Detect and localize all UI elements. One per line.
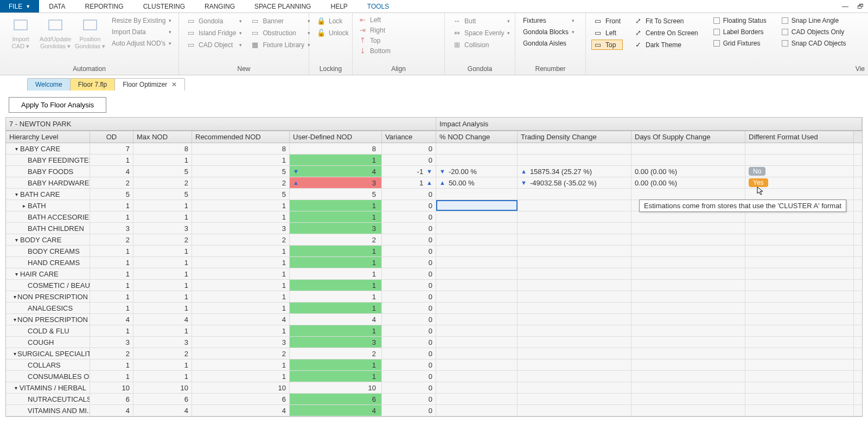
ribbon-unlock[interactable]: 🔓Unlock — [315, 28, 351, 38]
hierarchy-cell[interactable]: COSMETIC / BEAU... — [6, 280, 90, 291]
different-format-cell[interactable] — [745, 257, 854, 268]
hierarchy-cell[interactable]: BABY HARDWARE — [6, 177, 90, 188]
align-right[interactable]: ⇥Right — [356, 25, 399, 35]
different-format-cell[interactable] — [745, 143, 854, 154]
different-format-cell[interactable] — [745, 234, 854, 245]
ribbon-import[interactable]: ImportCAD ▾ — [3, 15, 38, 52]
hierarchy-cell[interactable]: NUTRACEUTICALS — [6, 394, 90, 404]
align-top[interactable]: ⤒Top — [356, 35, 399, 46]
ribbon-gondola-aisles[interactable]: Gondola Aisles — [521, 38, 577, 48]
ribbon-dark-theme[interactable]: ✓Dark Theme — [631, 40, 700, 50]
close-icon[interactable]: ✕ — [171, 81, 177, 88]
different-format-cell[interactable] — [745, 223, 854, 234]
ribbon-island-fridge[interactable]: ▭Island Fridge▾ — [184, 28, 244, 38]
window-minimize[interactable]: — — [838, 0, 853, 12]
menu-ranging[interactable]: RANGING — [195, 0, 245, 12]
table-row[interactable]: COLD & FLU11110 — [6, 325, 862, 337]
col-recommended-nod[interactable]: Recommended NOD — [192, 131, 290, 143]
ribbon-gondola-blocks[interactable]: Gondola Blocks▾ — [521, 27, 577, 37]
col-pct-nod-change[interactable]: % NOD Change — [436, 131, 518, 143]
different-format-cell[interactable] — [745, 155, 854, 165]
ribbon-position[interactable]: PositionGondolas ▾ — [73, 15, 107, 52]
ribbon-add-update[interactable]: Add/UpdateGondolas ▾ — [38, 15, 73, 52]
ribbon-space-evenly[interactable]: ⇔Space Evenly▾ — [450, 28, 512, 38]
different-format-cell[interactable]: No — [745, 166, 854, 177]
table-row[interactable]: BABY HARDWARE222▲31▲▲50.00 %▼-49032.58 (… — [6, 177, 862, 189]
apply-to-floor-analysis-button[interactable]: Apply To Floor Analysis — [9, 97, 106, 113]
different-format-cell[interactable] — [745, 268, 854, 279]
hierarchy-cell[interactable]: ▾BATH CARE — [6, 189, 90, 200]
tab-welcome[interactable]: Welcome — [27, 78, 71, 91]
hierarchy-cell[interactable]: CONSUMABLES OT... — [6, 371, 90, 382]
window-restore[interactable]: 🗗 — [853, 0, 868, 12]
different-format-cell[interactable] — [745, 405, 854, 416]
table-row[interactable]: ▾BODY CARE22220 — [6, 234, 862, 246]
opt-grid-fixtures[interactable]: Grid Fixtures — [711, 38, 769, 48]
align-bottom[interactable]: ⤓Bottom — [356, 46, 399, 56]
table-row[interactable]: CONSUMABLES OT...11110 — [6, 371, 862, 382]
ribbon-auto-adjust-nod-s[interactable]: Auto Adjust NOD's▾ — [110, 38, 174, 48]
col-max-nod[interactable]: Max NOD — [133, 131, 192, 143]
col-trading-density-change[interactable]: Trading Density Change — [518, 131, 631, 143]
table-row[interactable]: COLLARS11110 — [6, 359, 862, 371]
ribbon-import-data[interactable]: Import Data▾ — [110, 27, 174, 37]
table-row[interactable]: COUGH33330 — [6, 337, 862, 348]
ribbon-front[interactable]: ▭Front — [591, 16, 623, 26]
table-row[interactable]: VITAMINS AND MI...44440 — [6, 405, 862, 416]
ribbon-centre-on-screen[interactable]: ⤢Centre On Screen — [631, 28, 700, 38]
table-row[interactable]: BABY FEEDINGTES...11110 — [6, 155, 862, 166]
menu-help[interactable]: HELP — [321, 0, 357, 12]
opt-snap-cad-objects[interactable]: Snap CAD Objects — [780, 38, 848, 48]
table-row[interactable]: BATH ACCESORIES11110 — [6, 211, 862, 223]
different-format-cell[interactable] — [745, 371, 854, 382]
table-row[interactable]: ANALGESICS11110 — [6, 303, 862, 314]
hierarchy-cell[interactable]: ▸BATH — [6, 200, 90, 211]
ribbon-top[interactable]: ▭Top — [591, 40, 623, 50]
hierarchy-cell[interactable]: BODY CREAMS — [6, 246, 90, 256]
col-hierarchy[interactable]: Hierarchy Level — [6, 131, 90, 143]
opt-label-borders[interactable]: Label Borders — [711, 27, 769, 37]
col-different-format-used[interactable]: Different Format Used — [745, 131, 854, 143]
different-format-cell[interactable] — [745, 246, 854, 256]
col-days-of-supply-change[interactable]: Days Of Supply Change — [631, 131, 745, 143]
align-left[interactable]: ⇤Left — [356, 15, 399, 25]
different-format-cell[interactable] — [745, 359, 854, 370]
table-row[interactable]: ▾BATH CARE55550 — [6, 189, 862, 200]
ribbon-lock[interactable]: 🔒Lock — [315, 16, 351, 26]
table-row[interactable]: BODY CREAMS11110 — [6, 246, 862, 257]
table-row[interactable]: ▾HAIR CARE11110 — [6, 268, 862, 280]
hierarchy-cell[interactable]: ▾NON PRESCRIPTION R — [6, 314, 90, 325]
col-user-defined-nod[interactable]: User-Defined NOD — [290, 131, 382, 143]
menu-tools[interactable]: TOOLS — [358, 0, 399, 12]
ribbon-obstruction[interactable]: ▭Obstruction▾ — [248, 28, 312, 38]
tab-floor-optimizer[interactable]: Floor Optimizer✕ — [114, 78, 185, 91]
hierarchy-cell[interactable]: COLLARS — [6, 359, 90, 370]
hierarchy-cell[interactable]: ▾NON PRESCRIPTION — [6, 291, 90, 302]
table-row[interactable]: BABY FOODS455▼4-1▼▼-20.00 %▲15875.34 (25… — [6, 166, 862, 177]
hierarchy-cell[interactable]: ▾VITAMINS / HERBAL — [6, 382, 90, 393]
opt-floating-status[interactable]: Floating Status — [711, 16, 769, 25]
tab-floor-file[interactable]: Floor 7.flp — [70, 78, 115, 91]
ribbon-collision[interactable]: ⊞Collision — [450, 40, 512, 50]
table-row[interactable]: ▾NON PRESCRIPTION11110 — [6, 291, 862, 303]
ribbon-cad-object[interactable]: ▭CAD Object▾ — [184, 40, 244, 50]
ribbon-fit-to-screen[interactable]: ⤢Fit To Screen — [631, 16, 700, 26]
table-row[interactable]: ▾BABY CARE78880 — [6, 143, 862, 155]
hierarchy-cell[interactable]: BABY FOODS — [6, 166, 90, 177]
ribbon-banner[interactable]: ▭Banner▾ — [248, 16, 312, 26]
opt-cad-objects-only[interactable]: CAD Objects Only — [780, 27, 848, 37]
table-row[interactable]: BATH CHILDREN33330 — [6, 223, 862, 234]
col-od[interactable]: OD — [90, 131, 133, 143]
different-format-cell[interactable] — [745, 394, 854, 404]
hierarchy-cell[interactable]: COLD & FLU — [6, 325, 90, 336]
different-format-cell[interactable] — [745, 314, 854, 325]
hierarchy-cell[interactable]: ▾SURGICAL SPECIALIT — [6, 348, 90, 359]
hierarchy-cell[interactable]: COUGH — [6, 337, 90, 348]
menu-data[interactable]: DATA — [39, 0, 75, 12]
menu-clustering[interactable]: CLUSTERING — [133, 0, 195, 12]
hierarchy-cell[interactable]: VITAMINS AND MI... — [6, 405, 90, 416]
different-format-cell[interactable] — [745, 337, 854, 348]
ribbon-fixtures[interactable]: Fixtures▾ — [521, 16, 577, 25]
table-row[interactable]: HAND CREAMS11110 — [6, 257, 862, 268]
hierarchy-cell[interactable]: HAND CREAMS — [6, 257, 90, 268]
